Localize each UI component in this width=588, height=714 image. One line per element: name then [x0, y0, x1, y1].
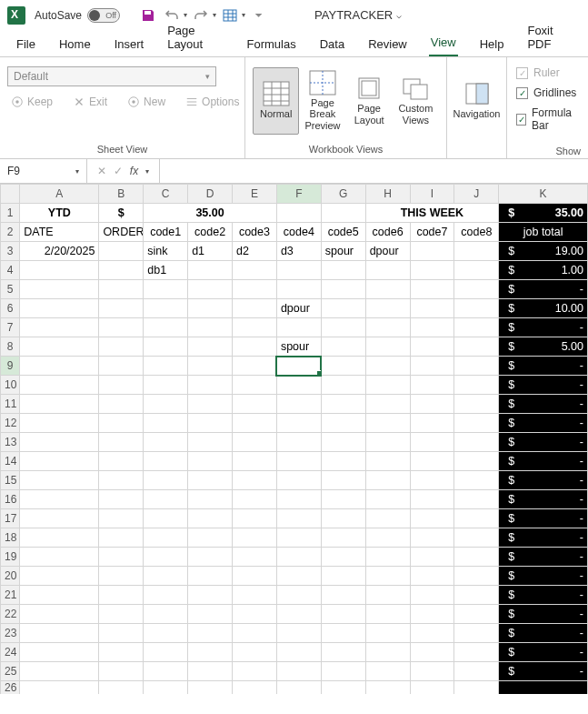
cell-D12[interactable]: [188, 414, 233, 433]
cell-H4[interactable]: [365, 261, 410, 280]
cell-K9[interactable]: $-: [499, 357, 588, 376]
cell-E11[interactable]: [233, 395, 277, 414]
cell-H21[interactable]: [365, 586, 410, 605]
col-header-B[interactable]: B: [99, 185, 144, 204]
cell-H8[interactable]: [365, 337, 410, 357]
row-header-22[interactable]: 22: [1, 605, 20, 624]
cell-H24[interactable]: [365, 643, 410, 662]
cell-C6[interactable]: [144, 299, 188, 318]
cell-G12[interactable]: [321, 414, 365, 433]
row-header-1[interactable]: 1: [1, 204, 20, 223]
cell-H5[interactable]: [365, 280, 410, 299]
cell-G22[interactable]: [321, 605, 365, 624]
cell-E12[interactable]: [233, 414, 277, 433]
cell-E19[interactable]: [233, 548, 277, 567]
cell-C19[interactable]: [144, 548, 188, 567]
cell-G4[interactable]: [321, 261, 365, 280]
cell-G14[interactable]: [321, 452, 365, 471]
cell-H26[interactable]: [365, 681, 410, 695]
cell-B15[interactable]: [99, 471, 144, 490]
cell-B14[interactable]: [99, 452, 144, 471]
cell-K22[interactable]: $-: [499, 605, 588, 624]
cell-F9[interactable]: [276, 357, 321, 376]
cell-K20[interactable]: $-: [499, 567, 588, 586]
cell-G15[interactable]: [321, 471, 365, 490]
cell-B21[interactable]: [99, 586, 144, 605]
cell-E17[interactable]: [233, 509, 277, 528]
cell-J12[interactable]: [454, 414, 499, 433]
cell-G23[interactable]: [321, 624, 365, 643]
cell-A8[interactable]: [20, 337, 99, 357]
cell-K17[interactable]: $-: [499, 509, 588, 528]
cell-B3[interactable]: [99, 242, 144, 261]
row-header-11[interactable]: 11: [1, 395, 20, 414]
cell-G17[interactable]: [321, 509, 365, 528]
cell-E8[interactable]: [233, 337, 277, 357]
cell-E7[interactable]: [233, 318, 277, 337]
cell-A20[interactable]: [20, 567, 99, 586]
cell-A6[interactable]: [20, 299, 99, 318]
cell-F22[interactable]: [276, 605, 321, 624]
cell-C7[interactable]: [144, 318, 188, 337]
cell-A17[interactable]: [20, 509, 99, 528]
cell-A11[interactable]: [20, 395, 99, 414]
cell-J17[interactable]: [454, 509, 499, 528]
cell-C14[interactable]: [144, 452, 188, 471]
cell-D11[interactable]: [188, 395, 233, 414]
row-header-13[interactable]: 13: [1, 433, 20, 452]
col-header-A[interactable]: A: [20, 185, 99, 204]
pagebreak-preview-button[interactable]: Page Break Preview: [299, 67, 345, 135]
cell-C13[interactable]: [144, 433, 188, 452]
cell-E24[interactable]: [233, 643, 277, 662]
cell-F24[interactable]: [276, 643, 321, 662]
pagelayout-button[interactable]: Page Layout: [346, 67, 393, 135]
row-header-20[interactable]: 20: [1, 567, 20, 586]
row-header-26[interactable]: 26: [1, 681, 20, 695]
cell-D13[interactable]: [188, 433, 233, 452]
cell-A14[interactable]: [20, 452, 99, 471]
cell-A4[interactable]: [20, 261, 99, 280]
cell-F25[interactable]: [276, 662, 321, 681]
cell-F23[interactable]: [276, 624, 321, 643]
cell-J15[interactable]: [454, 471, 499, 490]
cell-I4[interactable]: [410, 261, 454, 280]
cell-I12[interactable]: [410, 414, 454, 433]
cell-H7[interactable]: [365, 318, 410, 337]
cell-H11[interactable]: [365, 395, 410, 414]
cell-J6[interactable]: [454, 299, 499, 318]
cell-C24[interactable]: [144, 643, 188, 662]
cell-D26[interactable]: [188, 681, 233, 695]
cell-E22[interactable]: [233, 605, 277, 624]
cell-J21[interactable]: [454, 586, 499, 605]
cell-I3[interactable]: [410, 242, 454, 261]
cell-J22[interactable]: [454, 605, 499, 624]
col-header-E[interactable]: E: [233, 185, 277, 204]
tab-help[interactable]: Help: [478, 32, 506, 56]
cell-C4[interactable]: db1: [144, 261, 188, 280]
cell-J3[interactable]: [454, 242, 499, 261]
normal-view-button[interactable]: Normal: [253, 67, 299, 135]
cell-D4[interactable]: [188, 261, 233, 280]
cell-I5[interactable]: [410, 280, 454, 299]
col-header-K[interactable]: K: [499, 185, 588, 204]
cell-H14[interactable]: [365, 452, 410, 471]
cell-I25[interactable]: [410, 662, 454, 681]
cell-G21[interactable]: [321, 586, 365, 605]
tab-file[interactable]: File: [15, 32, 37, 56]
tab-page-layout[interactable]: Page Layout: [165, 18, 224, 56]
cell-F16[interactable]: [276, 490, 321, 509]
cell-A16[interactable]: [20, 490, 99, 509]
row-header-18[interactable]: 18: [1, 528, 20, 548]
cell-K23[interactable]: $-: [499, 624, 588, 643]
cell-I11[interactable]: [410, 395, 454, 414]
cell-J13[interactable]: [454, 433, 499, 452]
tab-formulas[interactable]: Formulas: [244, 32, 297, 56]
cell-C23[interactable]: [144, 624, 188, 643]
cell-I15[interactable]: [410, 471, 454, 490]
cell-J7[interactable]: [454, 318, 499, 337]
cell-G6[interactable]: [321, 299, 365, 318]
cell-G13[interactable]: [321, 433, 365, 452]
cell-A21[interactable]: [20, 586, 99, 605]
cell-H15[interactable]: [365, 471, 410, 490]
cell-C3[interactable]: sink: [144, 242, 188, 261]
